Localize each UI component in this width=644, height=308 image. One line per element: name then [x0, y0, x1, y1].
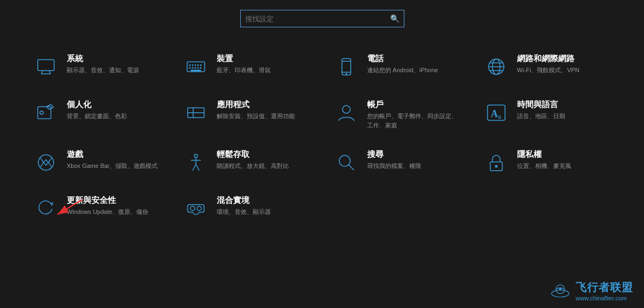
svg-point-51	[190, 206, 195, 211]
xbox-icon	[33, 149, 59, 176]
setting-item-privacy[interactable]: 隱私權 位置、相機、麥克風	[472, 140, 622, 185]
refresh-icon	[33, 195, 59, 222]
setting-item-ease[interactable]: 輕鬆存取 朗讀程式、放大鏡、高對比	[172, 140, 322, 185]
setting-item-system[interactable]: 系統 顯示器、音效、通知、電源	[22, 44, 172, 90]
setting-text-mixed: 混合實境 環境、音效、顯示器	[217, 195, 271, 217]
setting-title-search: 搜尋	[367, 149, 421, 160]
svg-rect-0	[38, 60, 54, 71]
svg-line-2	[49, 71, 50, 74]
lock-icon	[483, 149, 509, 176]
settings-grid: 系統 顯示器、音效、通知、電源 裝置 藍牙、印表機、滑鼠	[0, 44, 644, 231]
setting-desc-phone: 連結您的 Android、iPhone	[367, 66, 438, 75]
search-icon: 🔍	[390, 14, 399, 23]
search-icon	[333, 149, 359, 176]
setting-title-update: 更新與安全性	[67, 195, 148, 206]
pen-tablet-icon	[33, 100, 59, 126]
setting-item-time[interactable]: A a 時間與語言 語音、地區、日期	[472, 90, 622, 140]
setting-text-search: 搜尋 尋找我的檔案、權限	[367, 149, 421, 171]
setting-title-ease: 輕鬆存取	[217, 149, 289, 160]
setting-desc-network: Wi-Fi、飛航模式、VPN	[517, 66, 579, 75]
monitor-icon	[33, 54, 59, 80]
watermark-icon	[549, 280, 571, 301]
setting-text-apps: 應用程式 解除安裝、預設值、選用功能	[217, 100, 295, 121]
search-container: 🔍	[0, 0, 644, 27]
phone-icon	[333, 54, 359, 80]
setting-text-personalization: 個人化 背景、鎖定畫面、色彩	[67, 100, 127, 121]
setting-title-system: 系統	[67, 54, 139, 64]
setting-text-privacy: 隱私權 位置、相機、麥克風	[517, 149, 571, 171]
setting-desc-devices: 藍牙、印表機、滑鼠	[217, 66, 271, 75]
setting-desc-gaming: Xbox Game Bar、擷取、遊戲模式	[67, 161, 158, 171]
svg-line-46	[196, 164, 199, 171]
person-icon	[333, 100, 359, 126]
watermark-title: 飞行者联盟	[576, 280, 633, 295]
search-box[interactable]: 🔍	[240, 10, 404, 27]
setting-item-accounts[interactable]: 帳戶 您的帳戶、電子郵件、同步設定、工作、家庭	[322, 90, 472, 140]
setting-desc-mixed: 環境、音效、顯示器	[217, 207, 271, 217]
watermark-url: www.chinaflier.com	[576, 295, 627, 301]
setting-text-time: 時間與語言 語音、地區、日期	[517, 100, 565, 121]
setting-text-system: 系統 顯示器、音效、通知、電源	[67, 54, 139, 75]
svg-line-45	[193, 164, 196, 171]
setting-desc-time: 語音、地區、日期	[517, 112, 565, 121]
setting-title-phone: 電話	[367, 54, 438, 64]
setting-item-devices[interactable]: 裝置 藍牙、印表機、滑鼠	[172, 44, 322, 90]
globe-icon	[483, 54, 509, 80]
svg-point-37	[343, 106, 350, 113]
svg-point-30	[40, 111, 43, 114]
svg-point-50	[495, 165, 497, 168]
setting-text-update: 更新與安全性 Windows Update、復原、備份	[67, 195, 148, 217]
svg-line-28	[49, 107, 54, 109]
accessibility-icon	[183, 149, 209, 176]
keyboard-icon	[183, 54, 209, 80]
setting-text-gaming: 遊戲 Xbox Game Bar、擷取、遊戲模式	[67, 149, 158, 171]
svg-line-27	[51, 104, 54, 107]
setting-text-accounts: 帳戶 您的帳戶、電子郵件、同步設定、工作、家庭	[367, 100, 461, 130]
setting-desc-update: Windows Update、復原、備份	[67, 207, 148, 217]
setting-desc-personalization: 背景、鎖定畫面、色彩	[67, 112, 127, 121]
setting-desc-system: 顯示器、音效、通知、電源	[67, 66, 139, 75]
setting-desc-accounts: 您的帳戶、電子郵件、同步設定、工作、家庭	[367, 112, 461, 130]
svg-text:a: a	[498, 112, 501, 120]
setting-title-network: 網路和網際網路	[517, 54, 579, 64]
setting-title-devices: 裝置	[217, 54, 271, 64]
setting-item-network[interactable]: 網路和網際網路 Wi-Fi、飛航模式、VPN	[472, 44, 622, 90]
setting-title-apps: 應用程式	[217, 100, 295, 110]
setting-desc-apps: 解除安裝、預設值、選用功能	[217, 112, 295, 121]
setting-title-personalization: 個人化	[67, 100, 127, 110]
setting-desc-search: 尋找我的檔案、權限	[367, 161, 421, 171]
setting-text-ease: 輕鬆存取 朗讀程式、放大鏡、高對比	[217, 149, 289, 171]
svg-text:A: A	[491, 108, 498, 119]
svg-line-48	[349, 165, 354, 170]
font-a-icon: A a	[483, 100, 509, 126]
setting-text-phone: 電話 連結您的 Android、iPhone	[367, 54, 438, 75]
setting-text-devices: 裝置 藍牙、印表機、滑鼠	[217, 54, 271, 75]
svg-point-57	[559, 288, 562, 290]
setting-item-apps[interactable]: 應用程式 解除安裝、預設值、選用功能	[172, 90, 322, 140]
svg-point-52	[197, 206, 201, 211]
setting-item-search[interactable]: 搜尋 尋找我的檔案、權限	[322, 140, 472, 185]
svg-point-41	[38, 155, 54, 170]
setting-title-mixed: 混合實境	[217, 195, 271, 206]
vr-headset-icon	[183, 195, 209, 222]
setting-desc-privacy: 位置、相機、麥克風	[517, 161, 571, 171]
setting-desc-ease: 朗讀程式、放大鏡、高對比	[217, 161, 289, 171]
apps-list-icon	[183, 100, 209, 126]
setting-item-phone[interactable]: 電話 連結您的 Android、iPhone	[322, 44, 472, 90]
setting-item-update[interactable]: 更新與安全性 Windows Update、復原、備份	[22, 185, 172, 231]
svg-point-42	[194, 154, 198, 158]
setting-title-accounts: 帳戶	[367, 100, 461, 110]
watermark-text: 飞行者联盟 www.chinaflier.com	[576, 280, 633, 301]
setting-item-mixed[interactable]: 混合實境 環境、音效、顯示器	[172, 185, 322, 231]
setting-title-privacy: 隱私權	[517, 149, 571, 160]
svg-point-19	[345, 73, 347, 75]
setting-title-time: 時間與語言	[517, 100, 565, 110]
setting-title-gaming: 遊戲	[67, 149, 158, 160]
setting-item-personalization[interactable]: 個人化 背景、鎖定畫面、色彩	[22, 90, 172, 140]
setting-item-gaming[interactable]: 遊戲 Xbox Game Bar、擷取、遊戲模式	[22, 140, 172, 185]
watermark: 飞行者联盟 www.chinaflier.com	[549, 280, 633, 301]
search-input[interactable]	[245, 15, 390, 23]
setting-text-network: 網路和網際網路 Wi-Fi、飛航模式、VPN	[517, 54, 579, 75]
svg-line-1	[42, 71, 43, 74]
